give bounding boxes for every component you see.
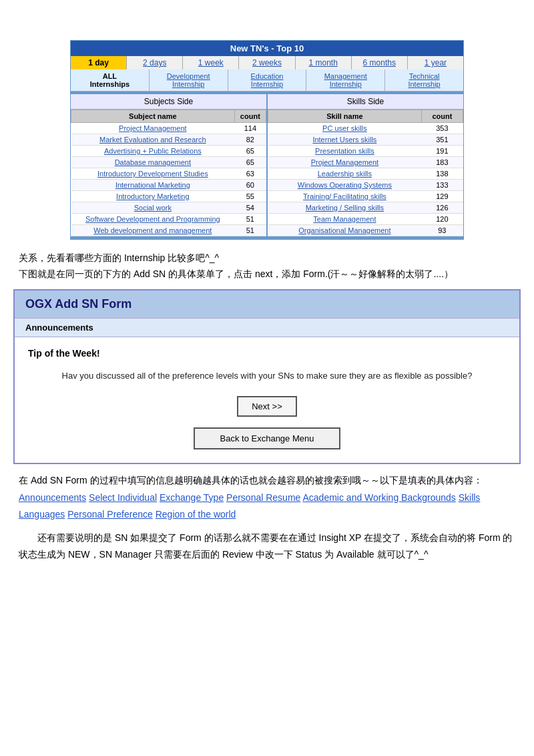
subtab-management[interactable]: ManagementInternship (306, 69, 385, 91)
skill-count: 93 (421, 225, 463, 236)
subject-name[interactable]: International Marketing (71, 180, 235, 191)
subject-count: 54 (234, 202, 266, 214)
tab-1week[interactable]: 1 week (183, 56, 239, 69)
table-row: PC user skills 353 (268, 123, 463, 134)
skill-count: 126 (421, 202, 463, 214)
skill-count: 351 (421, 134, 463, 146)
link-academic[interactable]: Academic and Working Backgrounds (302, 492, 455, 503)
subtab-technical[interactable]: TechnicalInternship (385, 69, 463, 91)
ogx-tip-title: Tip of the Week! (28, 348, 506, 359)
link-personal-preference[interactable]: Personal Preference (67, 509, 153, 520)
skill-name[interactable]: Presentation skills (268, 146, 422, 157)
subject-name[interactable]: Web development and management (71, 225, 235, 236)
top10-title: New TN's - Top 10 (71, 41, 463, 56)
bottom-divider (71, 236, 463, 239)
tab-1day[interactable]: 1 day (71, 56, 127, 69)
subject-count: 60 (234, 180, 266, 191)
top10-tables: Subjects Side Subject name count Project… (71, 94, 463, 236)
link-announcements[interactable]: Announcements (19, 492, 86, 503)
tab-1month[interactable]: 1 month (296, 56, 352, 69)
ogx-announcements-bar: Announcements (15, 318, 519, 337)
bottom-text-links: 在 Add SN Form 的过程中填写的信息越明确越具体的话也就会越容易的被搜… (19, 472, 515, 523)
table-row: Social work 54 (71, 202, 266, 214)
tab-2days[interactable]: 2 days (127, 56, 183, 69)
table-row: International Marketing 60 (71, 180, 266, 191)
table-row: Leadership skills 138 (268, 168, 463, 180)
subject-count: 63 (234, 168, 266, 180)
skill-name[interactable]: Project Management (268, 157, 422, 168)
table-row: Software Development and Programming 51 (71, 214, 266, 225)
table-row: Introductory Marketing 55 (71, 191, 266, 202)
subject-count: 82 (234, 134, 266, 146)
table-row: Project Management 183 (268, 157, 463, 168)
ogx-tip-text: Hav you discussed all of the preference … (28, 369, 506, 383)
top10-subtabs: ALLInternships DevelopmentInternship Edu… (71, 69, 463, 91)
subject-count: 114 (234, 123, 266, 134)
table-row: Marketing / Selling skills 126 (268, 202, 463, 214)
link-exchange-type[interactable]: Exchange Type (160, 492, 224, 503)
table-row: Advertising + Public Relations 65 (71, 146, 266, 157)
table-row: Windows Operating Systems 133 (268, 180, 463, 191)
skill-count: 183 (421, 157, 463, 168)
subtab-all[interactable]: ALLInternships (71, 69, 150, 91)
skill-count: 353 (421, 123, 463, 134)
subtab-education[interactable]: EducationInternship (228, 69, 307, 91)
skill-col-count: count (421, 110, 463, 123)
subject-name[interactable]: Social work (71, 202, 235, 214)
subject-name[interactable]: Advertising + Public Relations (71, 146, 235, 157)
link-select-individual[interactable]: Select Individual (89, 492, 157, 503)
top10-tabs: 1 day 2 days 1 week 2 weeks 1 month 6 mo… (71, 56, 463, 69)
subject-count: 65 (234, 157, 266, 168)
skill-count: 133 (421, 180, 463, 191)
subject-col-count: count (234, 110, 266, 123)
ogx-tip-section: Tip of the Week! Hav you discussed all o… (15, 337, 519, 463)
subtab-development[interactable]: DevelopmentInternship (150, 69, 228, 91)
next-button[interactable]: Next >> (237, 396, 297, 417)
subject-name[interactable]: Introductory Development Studies (71, 168, 235, 180)
skill-name[interactable]: PC user skills (268, 123, 422, 134)
chinese-text-1: 关系，先看看哪些方面的 Internship 比较多吧^_^ 下图就是在同一页的… (19, 250, 515, 282)
table-row: Introductory Development Studies 63 (71, 168, 266, 180)
skill-name[interactable]: Training/ Facilitating skills (268, 191, 422, 202)
subject-name[interactable]: Database management (71, 157, 235, 168)
link-region[interactable]: Region of the world (156, 509, 236, 520)
subject-count: 55 (234, 191, 266, 202)
skills-side-header: Skills Side (268, 94, 463, 110)
link-skills[interactable]: Skills (459, 492, 481, 503)
link-personal-resume[interactable]: Personal Resume (226, 492, 300, 503)
skill-name[interactable]: Team Management (268, 214, 422, 225)
skills-side: Skills Side Skill name count PC user ski… (268, 94, 463, 236)
skill-name[interactable]: Internet Users skills (268, 134, 422, 146)
skill-name[interactable]: Marketing / Selling skills (268, 202, 422, 214)
table-row: Project Management 114 (71, 123, 266, 134)
subject-name[interactable]: Market Evaluation and Research (71, 134, 235, 146)
table-row: Training/ Facilitating skills 129 (268, 191, 463, 202)
subject-name[interactable]: Software Development and Programming (71, 214, 235, 225)
table-row: Internet Users skills 351 (268, 134, 463, 146)
subject-name[interactable]: Project Management (71, 123, 235, 134)
skill-name[interactable]: Organisational Management (268, 225, 422, 236)
tab-1year[interactable]: 1 year (408, 56, 463, 69)
subject-name[interactable]: Introductory Marketing (71, 191, 235, 202)
ogx-form: OGX Add SN Form Announcements Tip of the… (13, 289, 521, 465)
back-to-menu-button[interactable]: Back to Exchange Menu (194, 427, 340, 449)
tab-6months[interactable]: 6 months (352, 56, 408, 69)
skill-name[interactable]: Windows Operating Systems (268, 180, 422, 191)
table-row: Presentation skills 191 (268, 146, 463, 157)
table-row: Team Management 120 (268, 214, 463, 225)
table-row: Database management 65 (71, 157, 266, 168)
subjects-side: Subjects Side Subject name count Project… (71, 94, 268, 236)
skills-table: Skill name count PC user skills 353 Inte… (268, 110, 463, 236)
skill-name[interactable]: Leadership skills (268, 168, 422, 180)
table-row: Web development and management 51 (71, 225, 266, 236)
link-languages[interactable]: Languages (19, 509, 65, 520)
subject-count: 65 (234, 146, 266, 157)
top10-widget: New TN's - Top 10 1 day 2 days 1 week 2 … (70, 40, 464, 240)
tab-2weeks[interactable]: 2 weeks (239, 56, 295, 69)
table-row: Market Evaluation and Research 82 (71, 134, 266, 146)
ogx-form-title: OGX Add SN Form (15, 291, 519, 318)
skill-count: 129 (421, 191, 463, 202)
subjects-table: Subject name count Project Management 11… (71, 110, 266, 236)
skill-count: 138 (421, 168, 463, 180)
subject-count: 51 (234, 214, 266, 225)
